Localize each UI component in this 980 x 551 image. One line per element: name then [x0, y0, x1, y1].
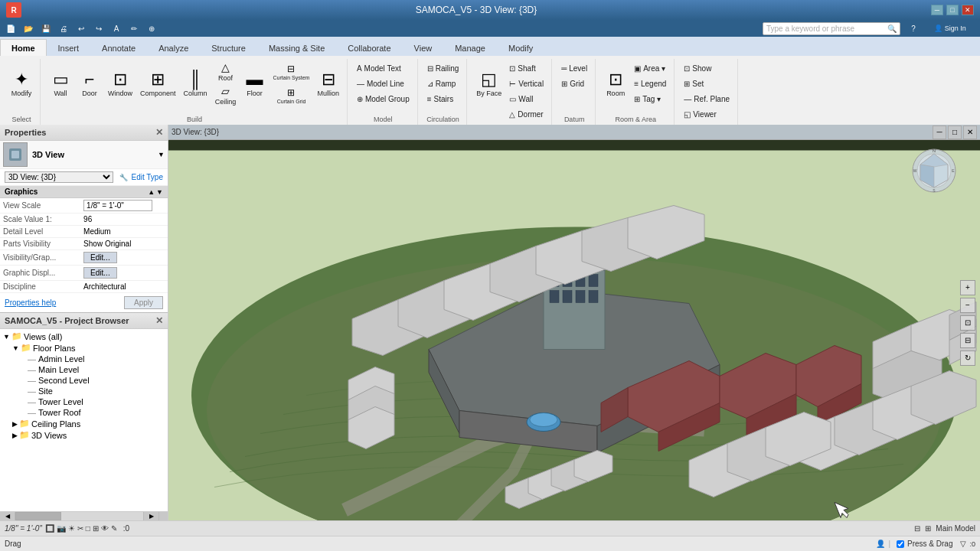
tab-collaborate[interactable]: Collaborate [336, 39, 402, 56]
tab-view[interactable]: View [403, 39, 444, 56]
component-button[interactable]: ⊞ Component [137, 60, 179, 108]
tree-tower-roof[interactable]: — Tower Roof [0, 407, 168, 418]
tab-modify[interactable]: Modify [497, 39, 544, 56]
properties-help-link[interactable]: Properties help [5, 298, 56, 307]
view-scale-input[interactable] [83, 200, 152, 211]
model-text-button[interactable]: A Model Text [354, 60, 413, 76]
save-button[interactable]: 💾 [38, 21, 54, 35]
by-face-button[interactable]: ◱ By Face [473, 60, 505, 108]
viewport-minimize[interactable]: ─ [933, 126, 946, 139]
viewport-restore[interactable]: □ [948, 126, 962, 139]
edit-type-link[interactable]: Edit Type [131, 173, 163, 181]
tree-site[interactable]: — Site [0, 386, 168, 396]
help-icon[interactable]: ? [906, 21, 921, 35]
tree-3d-views[interactable]: ▶ 📁 3D Views [0, 429, 168, 441]
tree-main-level[interactable]: — Main Level [0, 364, 168, 375]
hide-icon[interactable]: 👁 [101, 524, 109, 533]
horizontal-scrollbar-thumb[interactable] [15, 512, 61, 520]
close-button[interactable]: ✕ [962, 5, 974, 15]
measure-button[interactable]: ✏ [126, 21, 142, 35]
tag-qat-button[interactable]: ⊕ [144, 21, 159, 35]
browser-hscroll[interactable]: ◀ ▶ [0, 511, 168, 520]
zoom-fit-button[interactable]: ⊡ [960, 315, 975, 331]
viewport-close[interactable]: ✕ [963, 126, 977, 139]
modify-button[interactable]: ✦ Modify [8, 60, 35, 108]
horizontal-scrollbar-track[interactable] [15, 512, 143, 520]
sun-icon[interactable]: ☀ [68, 524, 75, 533]
annotate-icon[interactable]: ✎ [111, 524, 117, 533]
visibility-edit-button[interactable]: Edit... [83, 252, 117, 263]
curtain-grid-button[interactable]: ⊞ Curtain Grid [270, 84, 313, 107]
wall-opening-button[interactable]: ▭ Wall [506, 91, 547, 106]
tab-insert[interactable]: Insert [47, 39, 91, 56]
window-controls[interactable]: ─ □ ✕ [931, 5, 974, 15]
tree-floor-plans[interactable]: ▼ 📁 Floor Plans [0, 342, 168, 354]
tab-massing[interactable]: Massing & Site [257, 39, 336, 56]
worksets-icon[interactable]: ⊟ [914, 524, 920, 533]
mullion-button[interactable]: ⊟ Mullion [314, 60, 342, 108]
3d-views-expand[interactable]: ▶ [12, 432, 18, 439]
view-scale-value[interactable] [80, 198, 168, 214]
level-button[interactable]: ═ Level [558, 60, 590, 76]
railing-button[interactable]: ⊟ Railing [424, 60, 462, 76]
floor-plans-expand[interactable]: ▼ [12, 344, 19, 352]
tab-manage[interactable]: Manage [443, 39, 497, 56]
dormer-button[interactable]: △ Dormer [506, 106, 547, 122]
graphic-display-edit[interactable]: Edit... [80, 266, 168, 281]
ceiling-plans-expand[interactable]: ▶ [12, 420, 18, 428]
visibility-graphics-edit[interactable]: Edit... [80, 250, 168, 266]
view-type-dropdown[interactable]: 3D View: {3D} [5, 171, 113, 183]
tree-expand-root[interactable]: ▼ [3, 333, 10, 341]
crop-icon[interactable]: ✂ [77, 524, 83, 533]
roof-button[interactable]: △ Roof [212, 60, 240, 83]
wall-button[interactable]: ▭ Wall [47, 60, 74, 108]
column-button[interactable]: ║ Column [181, 60, 211, 108]
open-button[interactable]: 📂 [21, 21, 36, 35]
tab-structure[interactable]: Structure [200, 39, 257, 56]
tree-admin-level[interactable]: — Admin Level [0, 354, 168, 364]
zoom-out-button[interactable]: − [960, 298, 975, 313]
stairs-button[interactable]: ≡ Stairs [424, 91, 462, 106]
apply-button[interactable]: Apply [124, 296, 163, 309]
legend-button[interactable]: ≡ Legend [631, 76, 669, 91]
rotate-button[interactable]: ↻ [960, 350, 975, 366]
element-dropdown-arrow[interactable]: ▼ [158, 151, 165, 158]
undo-button[interactable]: ↩ [74, 21, 89, 35]
tree-root[interactable]: ▼ 📁 Views (all) [0, 331, 168, 342]
search-box[interactable]: Type a keyword or phrase 🔍 [763, 22, 900, 35]
ramp-button[interactable]: ⊿ Ramp [424, 76, 462, 91]
ceiling-button[interactable]: ▱ Ceiling [212, 84, 240, 107]
room-button[interactable]: ⊡ Room [602, 60, 629, 108]
annotate-qat-button[interactable]: A [109, 21, 124, 35]
model-line-button[interactable]: — Model Line [354, 76, 413, 91]
curtain-system-button[interactable]: ⊟ Curtain System [270, 60, 313, 83]
section-icon[interactable]: □ [86, 524, 90, 533]
viewer-button[interactable]: ◱ Viewer [681, 106, 733, 122]
ref-plane-button[interactable]: — Ref. Plane [681, 91, 733, 106]
zoom-in-button[interactable]: + [960, 280, 975, 295]
vertical-button[interactable]: ⊢ Vertical [506, 76, 547, 91]
tree-ceiling-plans[interactable]: ▶ 📁 Ceiling Plans [0, 418, 168, 429]
model-group-button[interactable]: ⊕ Model Group [354, 91, 413, 106]
project-browser-close[interactable]: ✕ [155, 315, 163, 326]
tab-analyze[interactable]: Analyze [147, 39, 200, 56]
door-button[interactable]: ⌐ Door [76, 60, 103, 108]
scroll-left-button[interactable]: ◀ [0, 512, 15, 520]
detail-icon[interactable]: ⊞ [93, 524, 99, 533]
signin-button[interactable]: 👤 Sign In [923, 21, 977, 35]
new-button[interactable]: 📄 [3, 21, 18, 35]
press-drag-checkbox[interactable] [897, 540, 904, 548]
floor-button[interactable]: ▬ Floor [241, 60, 269, 108]
window-button[interactable]: ⊡ Window [105, 60, 136, 108]
zoom-sheet-button[interactable]: ⊟ [960, 333, 975, 348]
area-button[interactable]: ▣ Area ▾ [631, 60, 669, 76]
print-button[interactable]: 🖨 [56, 21, 71, 35]
grid-button[interactable]: ⊞ Grid [558, 76, 590, 91]
shaft-button[interactable]: ⊡ Shaft [506, 60, 547, 76]
tree-second-level[interactable]: — Second Level [0, 375, 168, 386]
camera-icon[interactable]: 📷 [57, 524, 66, 533]
scroll-right-button[interactable]: ▶ [143, 512, 158, 520]
minimize-button[interactable]: ─ [931, 5, 943, 15]
redo-button[interactable]: ↪ [91, 21, 106, 35]
tab-annotate[interactable]: Annotate [90, 39, 147, 56]
